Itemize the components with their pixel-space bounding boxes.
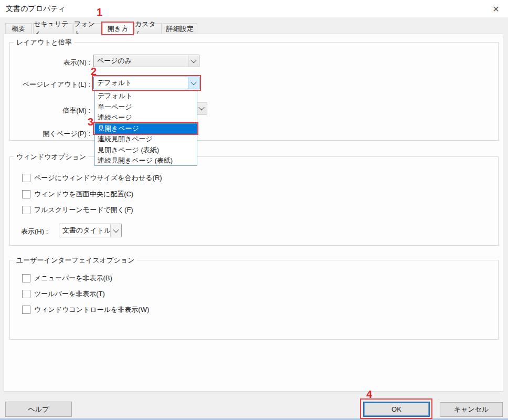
page-layout-dropdown-list: デフォルト 単一ページ 連続ページ 見開きページ 連続見開きページ 見開きページ…: [94, 90, 197, 166]
tab-security[interactable]: セキュリティ: [33, 23, 72, 34]
group-ui-options: ユーザーインターフェイスオプション: [9, 260, 499, 340]
checkbox-row-fullscreen: フルスクリーンモードで開く(F): [22, 205, 133, 215]
checkbox-row-fit-window: ページにウィンドウサイズを合わせる(R): [22, 173, 162, 183]
chevron-zone[interactable]: [196, 102, 207, 114]
label-display: 表示(N) :: [21, 58, 90, 67]
checkbox-row-hide-toolbar: ツールバーを非表示(T): [22, 289, 105, 299]
document-properties-dialog: 文書のプロパティ ✕ 概要 セキュリティ フォント 開き方 カスタム 詳細設定 …: [0, 0, 508, 420]
label-magnification: 倍率(M) :: [21, 106, 90, 116]
checkbox-open-fullscreen[interactable]: [22, 206, 30, 214]
combo-value: 文書のタイトル: [62, 226, 111, 235]
dialog-title: 文書のプロパティ: [6, 4, 66, 14]
label-open-page: 開くページ(P) :: [21, 129, 90, 139]
dropdown-item-two-page-view[interactable]: 見開きページ: [95, 123, 197, 134]
dropdown-item-continuous[interactable]: 連続ページ: [95, 112, 197, 123]
dropdown-item-single-page[interactable]: 単一ページ: [95, 102, 197, 113]
group-title: レイアウトと倍率: [14, 38, 75, 46]
dropdown-item-two-page-scroll-cover[interactable]: 連続見開きページ (表紙): [95, 155, 197, 166]
tab-label: 開き方: [108, 24, 128, 34]
combo-value: ページのみ: [97, 56, 132, 66]
tab-advanced[interactable]: 詳細設定: [163, 23, 197, 34]
checkbox-center-window[interactable]: [22, 190, 30, 198]
close-button[interactable]: ✕: [488, 2, 504, 16]
group-layout-magnification: レイアウトと倍率: [9, 42, 499, 141]
checkbox-hide-window-controls[interactable]: [22, 306, 30, 314]
label-show-title: 表示(H) :: [21, 227, 55, 236]
chevron-zone[interactable]: [188, 55, 199, 67]
tab-initial-view[interactable]: 開き方: [102, 22, 133, 35]
help-button[interactable]: ヘルプ: [5, 402, 72, 417]
chevron-zone[interactable]: [110, 224, 121, 237]
combo-page-layout[interactable]: デフォルト: [93, 77, 199, 89]
checkbox-label: ウィンドウコントロールを非表示(W): [34, 305, 149, 314]
label-page-layout: ページレイアウト(L) :: [21, 80, 90, 89]
dialog-titlebar: 文書のプロパティ ✕: [0, 0, 508, 17]
checkbox-row-hide-window-controls: ウィンドウコントロールを非表示(W): [22, 305, 149, 314]
ok-button[interactable]: OK: [363, 402, 430, 417]
chevron-down-icon: [190, 79, 196, 85]
dropdown-item-default[interactable]: デフォルト: [95, 91, 197, 102]
tab-summary[interactable]: 概要: [5, 23, 32, 34]
checkbox-label: メニューバーを非表示(B): [34, 274, 112, 283]
checkbox-row-center-window: ウィンドウを画面中央に配置(C): [22, 190, 133, 199]
chevron-down-icon: [190, 57, 196, 63]
checkbox-row-hide-menubar: メニューバーを非表示(B): [22, 274, 112, 283]
checkbox-hide-toolbar[interactable]: [22, 290, 30, 298]
button-label: OK: [391, 405, 401, 413]
cancel-button[interactable]: キャンセル: [440, 402, 503, 417]
combo-show-title[interactable]: 文書のタイトル: [59, 224, 122, 237]
dropdown-item-two-page-cover[interactable]: 見開きページ (表紙): [95, 145, 197, 156]
button-label: ヘルプ: [28, 405, 49, 414]
tab-fonts[interactable]: フォント: [73, 23, 101, 34]
chevron-down-icon: [113, 227, 119, 233]
chevron-down-icon: [198, 104, 204, 110]
tab-bar: 概要 セキュリティ フォント 開き方 カスタム 詳細設定: [0, 17, 508, 34]
checkbox-hide-menubar[interactable]: [22, 274, 30, 282]
checkbox-label: ツールバーを非表示(T): [34, 289, 105, 299]
combo-display-mode[interactable]: ページのみ: [93, 55, 199, 67]
checkbox-fit-page-to-window[interactable]: [22, 174, 30, 182]
group-title: ユーザーインターフェイスオプション: [14, 256, 137, 264]
close-icon: ✕: [492, 4, 499, 14]
checkbox-label: フルスクリーンモードで開く(F): [34, 205, 133, 215]
group-title: ウィンドウオプション: [14, 153, 89, 161]
checkbox-label: ウィンドウを画面中央に配置(C): [34, 190, 133, 199]
combo-value: デフォルト: [97, 78, 132, 88]
tab-label: 概要: [12, 24, 26, 34]
button-label: キャンセル: [454, 405, 489, 414]
dropdown-item-two-page-scrolling[interactable]: 連続見開きページ: [95, 134, 197, 145]
tab-label: 詳細設定: [166, 24, 194, 34]
tab-custom[interactable]: カスタム: [134, 23, 162, 34]
checkbox-label: ページにウィンドウサイズを合わせる(R): [34, 173, 162, 183]
chevron-zone[interactable]: [188, 77, 199, 89]
